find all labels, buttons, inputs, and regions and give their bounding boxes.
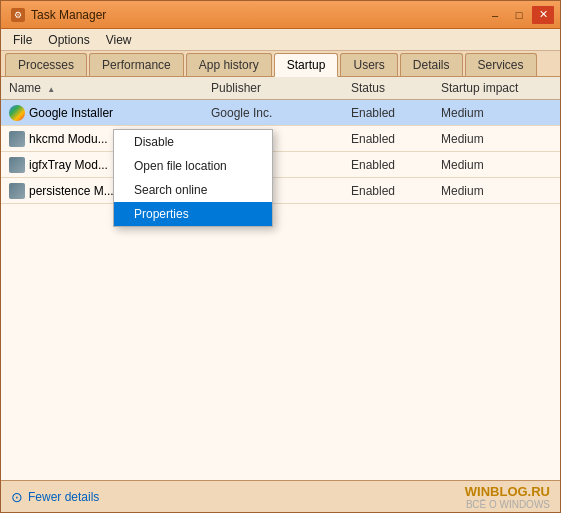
row-impact: Medium [441, 184, 551, 198]
row-status: Enabled [351, 106, 441, 120]
sort-arrow-name: ▲ [47, 85, 55, 94]
window-title: Task Manager [31, 8, 106, 22]
tab-processes[interactable]: Processes [5, 53, 87, 76]
chevron-up-icon: ⊙ [11, 490, 23, 504]
col-header-publisher[interactable]: Publisher [211, 81, 351, 95]
minimize-button[interactable]: – [484, 6, 506, 24]
footer: ⊙ Fewer details WINBLOG.RU ВСЁ О WINDOWS [1, 480, 560, 512]
col-header-impact[interactable]: Startup impact [441, 81, 551, 95]
table-row[interactable]: igfxTray Mod... Enabled Medium [1, 152, 560, 178]
table-header: Name ▲ Publisher Status Startup impact [1, 77, 560, 100]
col-header-name[interactable]: Name ▲ [1, 81, 211, 95]
row-status: Enabled [351, 184, 441, 198]
ctx-search-online[interactable]: Search online [114, 178, 272, 202]
watermark-line2: ВСЁ О WINDOWS [465, 499, 550, 510]
menu-file[interactable]: File [5, 31, 40, 49]
title-bar-controls: – □ ✕ [484, 6, 554, 24]
row-impact: Medium [441, 132, 551, 146]
tab-services[interactable]: Services [465, 53, 537, 76]
maximize-button[interactable]: □ [508, 6, 530, 24]
row-publisher: Google Inc. [211, 106, 351, 120]
table-row[interactable]: hkcmd Modu... Enabled Medium [1, 126, 560, 152]
tab-app-history[interactable]: App history [186, 53, 272, 76]
menu-bar: File Options View [1, 29, 560, 51]
title-bar-left: ⚙ Task Manager [11, 8, 106, 22]
watermark: WINBLOG.RU ВСЁ О WINDOWS [465, 484, 550, 510]
app-icon: ⚙ [11, 8, 25, 22]
row-status: Enabled [351, 132, 441, 146]
tab-performance[interactable]: Performance [89, 53, 184, 76]
content-area: Name ▲ Publisher Status Startup impact G… [1, 77, 560, 480]
row-impact: Medium [441, 106, 551, 120]
google-installer-icon [9, 105, 25, 121]
title-bar: ⚙ Task Manager – □ ✕ [1, 1, 560, 29]
row-impact: Medium [441, 158, 551, 172]
tab-startup[interactable]: Startup [274, 53, 339, 77]
tab-details[interactable]: Details [400, 53, 463, 76]
fewer-details-button[interactable]: ⊙ Fewer details [11, 490, 99, 504]
hkcmd-icon [9, 131, 25, 147]
table-row[interactable]: persistence M... Enabled Medium [1, 178, 560, 204]
close-button[interactable]: ✕ [532, 6, 554, 24]
menu-view[interactable]: View [98, 31, 140, 49]
table-row[interactable]: Google Installer Google Inc. Enabled Med… [1, 100, 560, 126]
igfxtray-icon [9, 157, 25, 173]
table-body: Google Installer Google Inc. Enabled Med… [1, 100, 560, 480]
ctx-disable[interactable]: Disable [114, 130, 272, 154]
context-menu: Disable Open file location Search online… [113, 129, 273, 227]
row-status: Enabled [351, 158, 441, 172]
watermark-line1: WINBLOG.RU [465, 484, 550, 499]
col-header-status[interactable]: Status [351, 81, 441, 95]
tabs-bar: Processes Performance App history Startu… [1, 51, 560, 77]
row-name: Google Installer [1, 105, 211, 121]
tab-users[interactable]: Users [340, 53, 397, 76]
task-manager-window: ⚙ Task Manager – □ ✕ File Options View P… [0, 0, 561, 513]
menu-options[interactable]: Options [40, 31, 97, 49]
fewer-details-label: Fewer details [28, 490, 99, 504]
ctx-properties[interactable]: Properties [114, 202, 272, 226]
persistence-icon [9, 183, 25, 199]
ctx-open-file-location[interactable]: Open file location [114, 154, 272, 178]
